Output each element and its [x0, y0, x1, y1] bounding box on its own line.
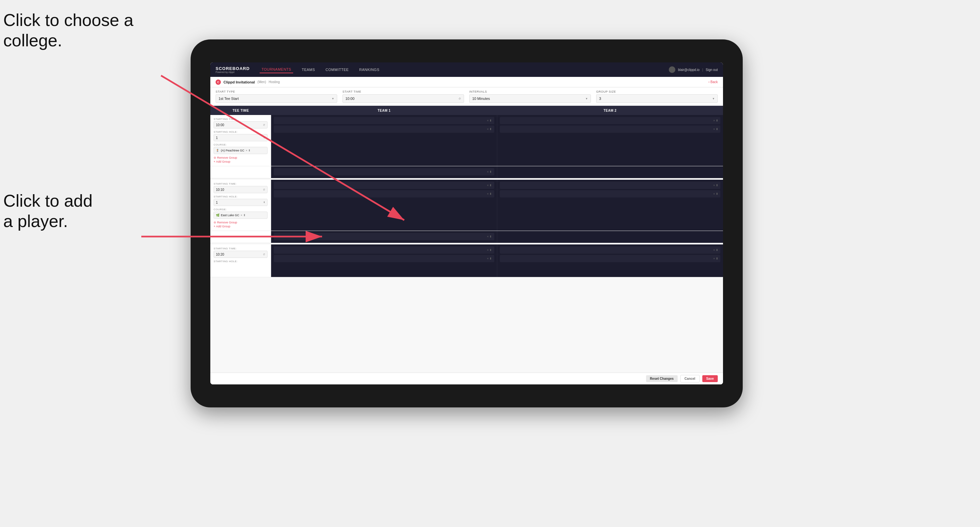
remove-group-btn-1[interactable]: ⊖ Remove Group [214, 156, 267, 159]
col-team2: Team 2 [497, 109, 723, 113]
app-logo: SCOREBOARD Powered by clippd [216, 66, 250, 73]
intervals-label: Intervals [469, 90, 591, 93]
tablet-frame: SCOREBOARD Powered by clippd TOURNAMENTS… [191, 40, 743, 407]
tablet-screen: SCOREBOARD Powered by clippd TOURNAMENTS… [210, 62, 723, 384]
team2-cell-3: × ⬍ × ⬍ [497, 244, 723, 277]
team2-cell-2: × ⬍ × ⬍ [497, 180, 723, 231]
group-size-label: Group Size [596, 90, 718, 93]
team1-cell-1: × ⬍ × ⬍ [271, 115, 497, 166]
team2-course-row-1 [497, 166, 723, 178]
group-actions-2: ⊖ Remove Group + Add Group [214, 221, 267, 228]
annotation-choose-college: Click to choose a college. [3, 10, 134, 51]
col-team1: Team 1 [271, 109, 497, 113]
start-type-select[interactable]: 1st Tee Start ▼ [216, 94, 337, 103]
nav-rankings[interactable]: RANKINGS [357, 67, 381, 73]
remove-group-btn-2[interactable]: ⊖ Remove Group [214, 221, 267, 224]
hosting-badge: Hosting [269, 80, 280, 84]
user-avatar [669, 67, 675, 73]
team1-course-row-1: × ⬍ [271, 166, 497, 178]
start-time-label: Start Time [342, 90, 464, 93]
annotation-add-player: Click to add a player. [3, 190, 93, 232]
starting-time-label-2: STARTING TIME: [214, 183, 267, 185]
save-button[interactable]: Save [702, 375, 718, 382]
starting-hole-label-1: STARTING HOLE: [214, 130, 267, 133]
col-tee-time: Tee Time [210, 109, 271, 113]
player-slot-2-2[interactable]: × ⬍ [500, 125, 721, 133]
add-group-btn-2[interactable]: + Add Group [214, 225, 267, 228]
team1-cell-2: × ⬍ × ⬍ [271, 180, 497, 231]
start-time-select[interactable]: 10:00 ⏱ [342, 94, 464, 103]
logo-text: SCOREBOARD [216, 66, 250, 71]
reset-changes-button[interactable]: Reset Changes [646, 375, 678, 382]
user-email: blair@clippd.io [678, 68, 700, 71]
course-label-2: COURSE: [214, 208, 267, 211]
starting-time-input-1[interactable]: 10:00 ⏱ [214, 121, 267, 129]
player-slot-6-2[interactable]: × ⬍ [500, 255, 721, 262]
starting-time-input-3[interactable]: 10:20 ⏱ [214, 251, 267, 258]
player-slot-3-2[interactable]: × ⬍ [274, 190, 494, 197]
group-left-2: STARTING TIME: 10:10 ⏱ STARTING HOLE: 1 … [210, 180, 271, 231]
player-slot-1-2[interactable]: × ⬍ [274, 125, 494, 133]
nav-tournaments[interactable]: TOURNAMENTS [259, 66, 293, 73]
group-left-1: STARTING TIME: 10:00 ⏱ STARTING HOLE: 1 … [210, 115, 271, 166]
event-name: Clippd Invitational [223, 80, 255, 84]
start-type-label: Start Type [216, 90, 337, 93]
controls-row: Start Type 1st Tee Start ▼ Start Time 10… [210, 87, 723, 106]
player-slot-5-1[interactable]: × ⬍ [274, 246, 494, 254]
player-slot-4-1[interactable]: × ⬍ [500, 182, 721, 189]
group-row-3: STARTING TIME: 10:20 ⏱ STARTING HOLE: × … [210, 244, 723, 277]
group-left-3: STARTING TIME: 10:20 ⏱ STARTING HOLE: [210, 244, 271, 277]
group-size-select[interactable]: 3 ▼ [596, 94, 718, 103]
team1-extra-row-2: × ⬍ [271, 231, 497, 243]
clippd-logo-icon: C [216, 79, 221, 85]
start-type-group: Start Type 1st Tee Start ▼ [216, 90, 337, 103]
player-slot-4-2[interactable]: × ⬍ [500, 190, 721, 197]
player-slot-6-1[interactable]: × ⬍ [500, 246, 721, 254]
event-type: (Men) [257, 80, 266, 84]
starting-time-input-2[interactable]: 10:10 ⏱ [214, 186, 267, 193]
nav-user: blair@clippd.io | Sign out [669, 67, 718, 73]
starting-hole-input-2[interactable]: 1 ⬍ [214, 199, 267, 206]
course-label-1: COURSE: [214, 143, 267, 146]
start-time-group: Start Time 10:00 ⏱ [342, 90, 464, 103]
group-section-2: STARTING TIME: 10:10 ⏱ STARTING HOLE: 1 … [210, 180, 723, 243]
sign-out-link[interactable]: Sign out [706, 68, 718, 71]
back-button[interactable]: ‹ Back [708, 80, 718, 84]
cancel-button[interactable]: Cancel [680, 375, 700, 383]
starting-time-label-3: STARTING TIME: [214, 247, 267, 250]
player-slot-1-1[interactable]: × ⬍ [274, 117, 494, 124]
group-size-group: Group Size 3 ▼ [596, 90, 718, 103]
logo-subtext: Powered by clippd [216, 71, 250, 73]
player-slot-5-2[interactable]: × ⬍ [274, 255, 494, 262]
starting-time-label-1: STARTING TIME: [214, 117, 267, 121]
group-section-3: STARTING TIME: 10:20 ⏱ STARTING HOLE: × … [210, 244, 723, 277]
team2-cell-1: × ⬍ × ⬍ [497, 115, 723, 166]
group-row-1: STARTING TIME: 10:00 ⏱ STARTING HOLE: 1 … [210, 115, 723, 166]
course-tag-2[interactable]: 🌿 East Lake GC × ⬍ [214, 211, 267, 219]
team1-cell-3: × ⬍ × ⬍ [271, 244, 497, 277]
group-actions-1: ⊖ Remove Group + Add Group [214, 156, 267, 163]
group-row-2: STARTING TIME: 10:10 ⏱ STARTING HOLE: 1 … [210, 180, 723, 231]
add-group-btn-1[interactable]: + Add Group [214, 160, 267, 163]
starting-hole-label-3: STARTING HOLE: [214, 260, 267, 263]
footer: Reset Changes Cancel Save [210, 373, 723, 384]
team2-extra-row-2 [497, 231, 723, 243]
nav-committee[interactable]: COMMITTEE [324, 67, 351, 73]
player-slot-3-1[interactable]: × ⬍ [274, 182, 494, 189]
starting-hole-label-2: STARTING HOLE: [214, 195, 267, 198]
player-slot-1-3[interactable]: × ⬍ [274, 168, 494, 175]
table-header: Tee Time Team 1 Team 2 [210, 106, 723, 115]
course-tag-1[interactable]: 🏌 (A) Peachtree GC × ⬍ [214, 147, 267, 154]
starting-hole-input-1[interactable]: 1 ⬍ [214, 134, 267, 141]
group-section-1: STARTING TIME: 10:00 ⏱ STARTING HOLE: 1 … [210, 115, 723, 178]
intervals-group: Intervals 10 Minutes ▼ [469, 90, 591, 103]
player-slot-2-1[interactable]: × ⬍ [500, 117, 721, 124]
nav-bar: SCOREBOARD Powered by clippd TOURNAMENTS… [210, 62, 723, 77]
sub-header: C Clippd Invitational (Men) Hosting ‹ Ba… [210, 77, 723, 87]
intervals-select[interactable]: 10 Minutes ▼ [469, 94, 591, 103]
player-slot-3-3[interactable]: × ⬍ [274, 233, 494, 240]
content-area[interactable]: STARTING TIME: 10:00 ⏱ STARTING HOLE: 1 … [210, 115, 723, 374]
nav-teams[interactable]: TEAMS [300, 67, 317, 73]
